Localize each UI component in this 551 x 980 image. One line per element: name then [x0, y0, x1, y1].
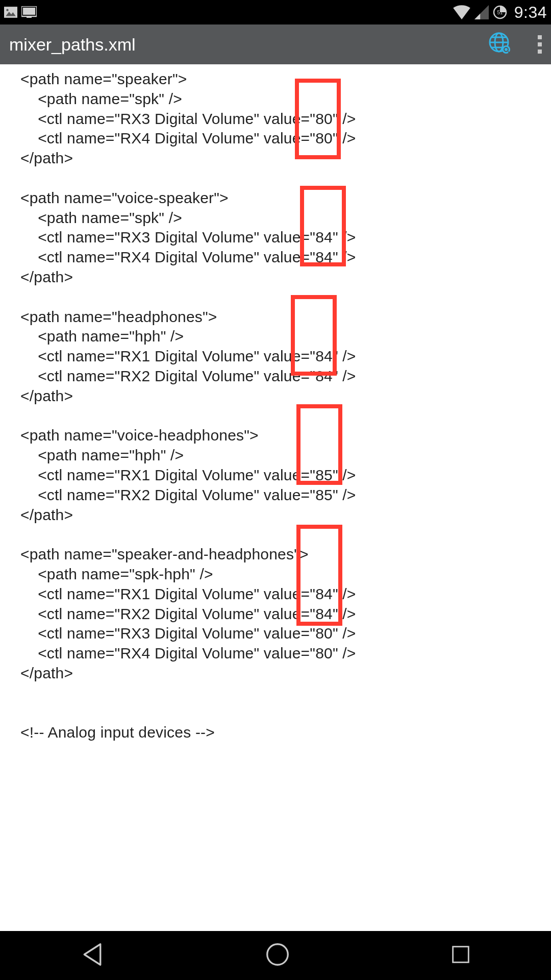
text-editor[interactable]: <path name="speaker"> <path name="spk" /…	[0, 64, 551, 931]
battery-icon: 51	[493, 5, 507, 19]
page-title: mixer_paths.xml	[9, 35, 136, 55]
status-time: 9:34	[514, 3, 547, 22]
cell-signal-icon	[474, 5, 489, 19]
cast-icon	[21, 6, 37, 18]
app-bar: mixer_paths.xml	[0, 24, 551, 64]
back-button[interactable]	[79, 941, 106, 970]
svg-marker-18	[85, 944, 101, 965]
overflow-menu-icon[interactable]	[538, 32, 542, 57]
svg-point-19	[267, 944, 288, 965]
svg-text:51: 51	[497, 10, 503, 15]
svg-point-2	[6, 9, 8, 11]
status-bar: 51 9:34	[0, 0, 551, 24]
highlight-box	[295, 79, 341, 159]
highlight-box	[296, 404, 342, 485]
svg-rect-5	[27, 16, 32, 18]
recent-apps-button[interactable]	[449, 943, 472, 968]
svg-rect-4	[23, 8, 35, 15]
home-button[interactable]	[264, 941, 291, 970]
code-content: <path name="speaker"> <path name="spk" /…	[20, 69, 546, 743]
highlight-box	[296, 525, 342, 626]
gallery-icon	[4, 7, 17, 18]
highlight-box	[300, 186, 346, 266]
wifi-icon	[453, 5, 470, 19]
svg-rect-20	[453, 947, 468, 963]
nav-bar	[0, 931, 551, 980]
web-search-icon[interactable]	[487, 30, 513, 59]
svg-line-17	[508, 52, 510, 54]
highlight-box	[291, 295, 337, 376]
svg-marker-7	[474, 14, 480, 19]
